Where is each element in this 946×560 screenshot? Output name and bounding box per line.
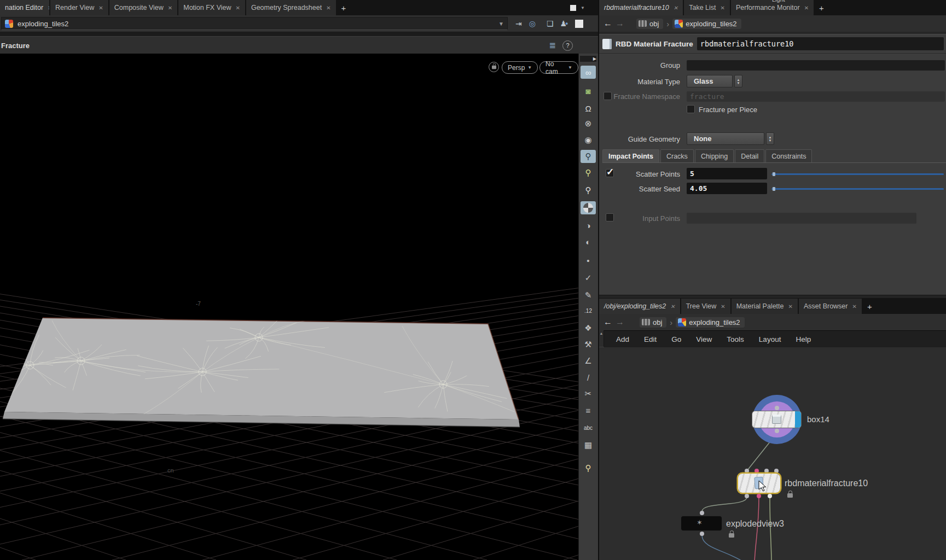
box14-display-flag[interactable] xyxy=(795,411,801,428)
menu-add[interactable]: Add xyxy=(616,335,629,343)
menu-layout[interactable]: Layout xyxy=(759,335,781,343)
view-glasses-icon[interactable]: ∞ xyxy=(581,66,596,79)
scatter-points-slider[interactable] xyxy=(771,173,944,175)
breadcrumb-context[interactable]: obj xyxy=(636,19,663,29)
fracture-output-dot-2[interactable] xyxy=(757,494,761,498)
close-icon[interactable]: ✕ xyxy=(721,5,725,11)
add-tab-button[interactable]: + xyxy=(337,0,351,15)
view-cube-icon[interactable]: ❏ xyxy=(547,19,554,28)
tab-cracks[interactable]: Cracks xyxy=(660,149,694,162)
pen-icon[interactable]: ✎ xyxy=(581,289,596,302)
image-plane-icon[interactable]: ▦ xyxy=(581,439,596,452)
pane-menu-icon[interactable]: ▼ xyxy=(581,5,585,10)
forward-icon[interactable]: → xyxy=(616,19,624,28)
close-icon[interactable]: ✕ xyxy=(326,5,330,11)
menu-scroll-strip[interactable]: ▲ xyxy=(599,330,604,347)
tab-geometry-spreadsheet[interactable]: Geometry Spreadsheet ✕ xyxy=(246,0,336,15)
close-icon[interactable]: ✕ xyxy=(674,5,678,11)
close-icon[interactable]: ✕ xyxy=(852,304,857,310)
comb-icon[interactable]: ≡ xyxy=(581,404,596,417)
fracture-input-dot-4[interactable] xyxy=(774,469,779,473)
lock-icon[interactable]: Ω xyxy=(581,102,596,115)
camera-view-icon[interactable]: ◉ xyxy=(581,133,596,147)
back-icon[interactable]: ← xyxy=(603,317,612,327)
sculpt-icon[interactable]: ⚒ xyxy=(581,338,596,351)
tab-impact-points[interactable]: Impact Points xyxy=(602,149,659,162)
group-field[interactable] xyxy=(687,60,945,71)
network-canvas[interactable]: box14 rbdmaterialfracture10 ✶ explodedvi… xyxy=(599,347,946,560)
menu-help[interactable]: Help xyxy=(796,335,811,343)
close-icon[interactable]: ✕ xyxy=(788,304,793,310)
tab-chipping[interactable]: Chipping xyxy=(695,149,734,162)
explodedview-output-dot[interactable] xyxy=(700,532,704,536)
menu-go[interactable]: Go xyxy=(671,335,681,343)
menu-tools[interactable]: Tools xyxy=(727,335,744,343)
projection-button[interactable]: Persp ▼ xyxy=(502,61,538,74)
scatter-points-field[interactable]: 5 xyxy=(687,168,767,179)
camera-lock-button[interactable] xyxy=(489,62,499,72)
fracture-output-dot-1[interactable] xyxy=(745,494,749,498)
cone-light-icon[interactable]: ⚲ xyxy=(581,166,596,179)
material-type-dropdown[interactable]: Glass xyxy=(687,75,733,88)
node-explodedview3[interactable]: ✶ xyxy=(681,516,722,530)
box14-input-dot[interactable] xyxy=(775,406,779,410)
close-icon[interactable]: ✕ xyxy=(98,5,103,11)
tab-network[interactable]: /obj/exploding_tiles2 ✕ xyxy=(599,299,680,314)
close-icon[interactable]: ✕ xyxy=(804,5,809,11)
breadcrumb-node[interactable]: exploding_tiles2 xyxy=(672,19,741,29)
knife-icon[interactable]: / xyxy=(581,371,596,384)
close-icon[interactable]: ✕ xyxy=(168,5,172,11)
guide-geometry-spinner[interactable]: ▲▼ xyxy=(766,132,774,145)
back-icon[interactable]: ← xyxy=(603,19,612,28)
add-tab-button[interactable]: + xyxy=(815,0,828,15)
pane-maximize-icon[interactable] xyxy=(570,5,576,11)
snapping-icon[interactable]: ◙ xyxy=(581,84,596,97)
help-icon[interactable]: ? xyxy=(562,40,573,51)
hide-others-icon[interactable]: ◑ xyxy=(581,219,596,232)
viewport-3d[interactable]: Persp ▼ No cam ▼ -7 cn xyxy=(0,54,578,560)
fracture-input-dot-3[interactable] xyxy=(764,469,769,473)
point-count-label[interactable]: .12 xyxy=(581,304,596,317)
fracture-input-dot-1[interactable] xyxy=(745,469,749,473)
fracture-per-piece-checkbox[interactable] xyxy=(687,105,695,113)
close-icon[interactable]: ✕ xyxy=(48,5,49,11)
menu-edit[interactable]: Edit xyxy=(644,335,657,343)
guide-geometry-dropdown[interactable]: None xyxy=(687,132,764,145)
tab-animation-editor[interactable]: nation Editor ✕ xyxy=(0,0,49,15)
scatter-seed-slider[interactable] xyxy=(771,188,944,190)
ruler-icon[interactable]: ∠ xyxy=(581,354,596,368)
render-target-icon[interactable]: ◎ xyxy=(529,19,536,28)
close-icon[interactable]: ✕ xyxy=(670,304,675,310)
select-brush-icon[interactable]: ✓ xyxy=(581,271,596,284)
display-points-icon[interactable]: • xyxy=(581,254,596,267)
tab-composite-view[interactable]: Composite View ✕ xyxy=(109,0,177,15)
stow-arrow-icon[interactable]: ▶ xyxy=(593,56,596,61)
white-square-icon[interactable] xyxy=(575,20,583,28)
box14-output-dot[interactable] xyxy=(775,429,779,433)
abc-label[interactable]: abc xyxy=(581,421,596,434)
input-points-field[interactable] xyxy=(687,213,916,224)
forward-icon[interactable]: → xyxy=(616,317,624,327)
fracture-namespace-field[interactable]: fracture xyxy=(687,91,945,102)
menu-view[interactable]: View xyxy=(696,335,712,343)
light-mute-icon[interactable]: ⊗ xyxy=(581,117,596,130)
material-type-spinner[interactable]: ▲▼ xyxy=(734,75,742,88)
tab-constraints[interactable]: Constraints xyxy=(765,149,812,162)
scene-selector-dropdown[interactable]: exploding_tiles2 ▼ xyxy=(1,17,508,30)
tab-detail[interactable]: Detail xyxy=(735,149,764,162)
scatter-seed-field[interactable]: 4.05 xyxy=(687,183,767,194)
node-box14[interactable] xyxy=(752,411,801,428)
tab-motion-fx-view[interactable]: Motion FX View ✕ xyxy=(178,0,245,15)
pin-icon[interactable]: ⇥ xyxy=(515,19,522,28)
tab-material-palette[interactable]: Material Palette ✕ xyxy=(732,299,798,314)
scissors-icon[interactable]: ✂ xyxy=(581,387,596,400)
tab-take-list[interactable]: Take List ✕ xyxy=(684,0,730,15)
node-name-field[interactable]: rbdmaterialfracture10 xyxy=(697,37,944,50)
light-bulb-icon[interactable]: ⚲ xyxy=(581,462,596,475)
stamp-icon[interactable]: ❖ xyxy=(581,322,596,335)
tab-render-view[interactable]: Render View ✕ xyxy=(50,0,108,15)
close-icon[interactable]: ✕ xyxy=(721,304,725,310)
breadcrumb-node[interactable]: exploding_tiles2 xyxy=(676,317,744,328)
character-icon[interactable]: ♟● xyxy=(560,19,568,28)
material-sphere-icon[interactable] xyxy=(581,201,596,214)
